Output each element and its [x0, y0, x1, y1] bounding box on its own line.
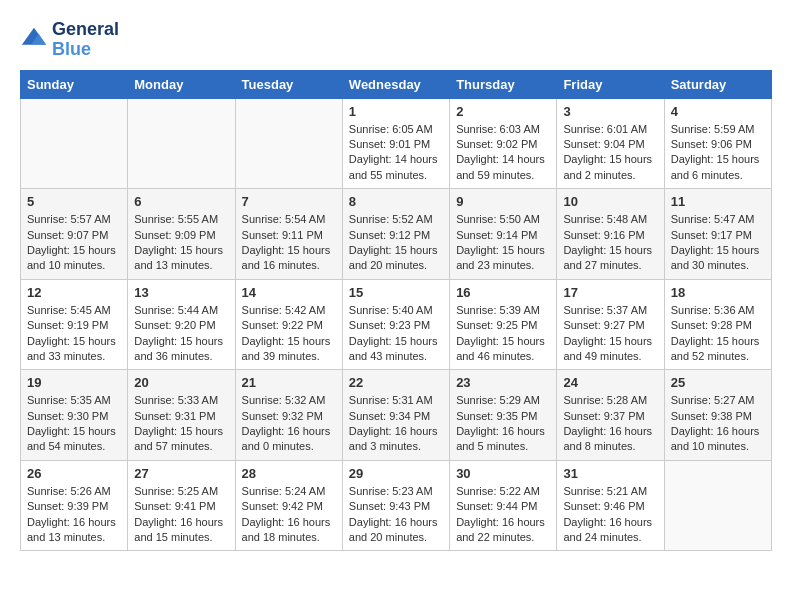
- calendar-cell: 4Sunrise: 5:59 AM Sunset: 9:06 PM Daylig…: [664, 98, 771, 189]
- day-number: 11: [671, 194, 765, 209]
- calendar-cell: 21Sunrise: 5:32 AM Sunset: 9:32 PM Dayli…: [235, 370, 342, 461]
- day-number: 14: [242, 285, 336, 300]
- weekday-header-friday: Friday: [557, 70, 664, 98]
- day-number: 28: [242, 466, 336, 481]
- day-info: Sunrise: 5:32 AM Sunset: 9:32 PM Dayligh…: [242, 393, 336, 455]
- calendar-cell: 31Sunrise: 5:21 AM Sunset: 9:46 PM Dayli…: [557, 460, 664, 551]
- logo-icon: [20, 26, 48, 54]
- calendar-cell: 17Sunrise: 5:37 AM Sunset: 9:27 PM Dayli…: [557, 279, 664, 370]
- day-number: 19: [27, 375, 121, 390]
- day-number: 7: [242, 194, 336, 209]
- day-number: 2: [456, 104, 550, 119]
- day-info: Sunrise: 5:37 AM Sunset: 9:27 PM Dayligh…: [563, 303, 657, 365]
- day-info: Sunrise: 5:42 AM Sunset: 9:22 PM Dayligh…: [242, 303, 336, 365]
- day-number: 16: [456, 285, 550, 300]
- calendar-cell: 14Sunrise: 5:42 AM Sunset: 9:22 PM Dayli…: [235, 279, 342, 370]
- calendar-cell: 12Sunrise: 5:45 AM Sunset: 9:19 PM Dayli…: [21, 279, 128, 370]
- day-number: 13: [134, 285, 228, 300]
- day-info: Sunrise: 5:52 AM Sunset: 9:12 PM Dayligh…: [349, 212, 443, 274]
- day-info: Sunrise: 5:59 AM Sunset: 9:06 PM Dayligh…: [671, 122, 765, 184]
- day-number: 5: [27, 194, 121, 209]
- calendar-cell: [21, 98, 128, 189]
- day-info: Sunrise: 5:40 AM Sunset: 9:23 PM Dayligh…: [349, 303, 443, 365]
- calendar-cell: 27Sunrise: 5:25 AM Sunset: 9:41 PM Dayli…: [128, 460, 235, 551]
- calendar-cell: [664, 460, 771, 551]
- calendar-cell: 22Sunrise: 5:31 AM Sunset: 9:34 PM Dayli…: [342, 370, 449, 461]
- day-number: 23: [456, 375, 550, 390]
- logo: General Blue: [20, 20, 119, 60]
- day-number: 18: [671, 285, 765, 300]
- calendar-cell: 25Sunrise: 5:27 AM Sunset: 9:38 PM Dayli…: [664, 370, 771, 461]
- day-number: 22: [349, 375, 443, 390]
- day-info: Sunrise: 5:25 AM Sunset: 9:41 PM Dayligh…: [134, 484, 228, 546]
- day-info: Sunrise: 5:21 AM Sunset: 9:46 PM Dayligh…: [563, 484, 657, 546]
- day-number: 24: [563, 375, 657, 390]
- calendar-cell: [235, 98, 342, 189]
- day-number: 27: [134, 466, 228, 481]
- day-info: Sunrise: 5:48 AM Sunset: 9:16 PM Dayligh…: [563, 212, 657, 274]
- day-number: 26: [27, 466, 121, 481]
- day-number: 3: [563, 104, 657, 119]
- day-number: 10: [563, 194, 657, 209]
- calendar-cell: 2Sunrise: 6:03 AM Sunset: 9:02 PM Daylig…: [450, 98, 557, 189]
- day-info: Sunrise: 5:29 AM Sunset: 9:35 PM Dayligh…: [456, 393, 550, 455]
- day-info: Sunrise: 5:45 AM Sunset: 9:19 PM Dayligh…: [27, 303, 121, 365]
- day-number: 6: [134, 194, 228, 209]
- day-number: 9: [456, 194, 550, 209]
- day-info: Sunrise: 6:05 AM Sunset: 9:01 PM Dayligh…: [349, 122, 443, 184]
- day-info: Sunrise: 5:33 AM Sunset: 9:31 PM Dayligh…: [134, 393, 228, 455]
- week-row-2: 5Sunrise: 5:57 AM Sunset: 9:07 PM Daylig…: [21, 189, 772, 280]
- day-info: Sunrise: 5:28 AM Sunset: 9:37 PM Dayligh…: [563, 393, 657, 455]
- calendar-cell: 16Sunrise: 5:39 AM Sunset: 9:25 PM Dayli…: [450, 279, 557, 370]
- calendar-cell: 19Sunrise: 5:35 AM Sunset: 9:30 PM Dayli…: [21, 370, 128, 461]
- day-info: Sunrise: 5:24 AM Sunset: 9:42 PM Dayligh…: [242, 484, 336, 546]
- weekday-header-tuesday: Tuesday: [235, 70, 342, 98]
- calendar-cell: 26Sunrise: 5:26 AM Sunset: 9:39 PM Dayli…: [21, 460, 128, 551]
- calendar-cell: [128, 98, 235, 189]
- calendar-cell: 28Sunrise: 5:24 AM Sunset: 9:42 PM Dayli…: [235, 460, 342, 551]
- calendar-cell: 9Sunrise: 5:50 AM Sunset: 9:14 PM Daylig…: [450, 189, 557, 280]
- calendar-cell: 5Sunrise: 5:57 AM Sunset: 9:07 PM Daylig…: [21, 189, 128, 280]
- page-header: General Blue: [20, 20, 772, 60]
- weekday-header-sunday: Sunday: [21, 70, 128, 98]
- day-info: Sunrise: 5:35 AM Sunset: 9:30 PM Dayligh…: [27, 393, 121, 455]
- week-row-4: 19Sunrise: 5:35 AM Sunset: 9:30 PM Dayli…: [21, 370, 772, 461]
- day-info: Sunrise: 5:26 AM Sunset: 9:39 PM Dayligh…: [27, 484, 121, 546]
- header-row: SundayMondayTuesdayWednesdayThursdayFrid…: [21, 70, 772, 98]
- day-info: Sunrise: 5:31 AM Sunset: 9:34 PM Dayligh…: [349, 393, 443, 455]
- day-info: Sunrise: 5:50 AM Sunset: 9:14 PM Dayligh…: [456, 212, 550, 274]
- calendar-cell: 3Sunrise: 6:01 AM Sunset: 9:04 PM Daylig…: [557, 98, 664, 189]
- weekday-header-thursday: Thursday: [450, 70, 557, 98]
- logo-text: General Blue: [52, 20, 119, 60]
- week-row-5: 26Sunrise: 5:26 AM Sunset: 9:39 PM Dayli…: [21, 460, 772, 551]
- calendar-cell: 23Sunrise: 5:29 AM Sunset: 9:35 PM Dayli…: [450, 370, 557, 461]
- calendar-cell: 1Sunrise: 6:05 AM Sunset: 9:01 PM Daylig…: [342, 98, 449, 189]
- day-info: Sunrise: 6:01 AM Sunset: 9:04 PM Dayligh…: [563, 122, 657, 184]
- calendar-cell: 10Sunrise: 5:48 AM Sunset: 9:16 PM Dayli…: [557, 189, 664, 280]
- calendar-cell: 6Sunrise: 5:55 AM Sunset: 9:09 PM Daylig…: [128, 189, 235, 280]
- calendar-cell: 30Sunrise: 5:22 AM Sunset: 9:44 PM Dayli…: [450, 460, 557, 551]
- day-info: Sunrise: 5:57 AM Sunset: 9:07 PM Dayligh…: [27, 212, 121, 274]
- weekday-header-saturday: Saturday: [664, 70, 771, 98]
- day-number: 25: [671, 375, 765, 390]
- day-number: 12: [27, 285, 121, 300]
- day-info: Sunrise: 5:27 AM Sunset: 9:38 PM Dayligh…: [671, 393, 765, 455]
- day-info: Sunrise: 5:54 AM Sunset: 9:11 PM Dayligh…: [242, 212, 336, 274]
- calendar-cell: 20Sunrise: 5:33 AM Sunset: 9:31 PM Dayli…: [128, 370, 235, 461]
- calendar-cell: 7Sunrise: 5:54 AM Sunset: 9:11 PM Daylig…: [235, 189, 342, 280]
- day-info: Sunrise: 6:03 AM Sunset: 9:02 PM Dayligh…: [456, 122, 550, 184]
- day-number: 29: [349, 466, 443, 481]
- weekday-header-monday: Monday: [128, 70, 235, 98]
- day-number: 21: [242, 375, 336, 390]
- week-row-1: 1Sunrise: 6:05 AM Sunset: 9:01 PM Daylig…: [21, 98, 772, 189]
- weekday-header-wednesday: Wednesday: [342, 70, 449, 98]
- calendar-cell: 29Sunrise: 5:23 AM Sunset: 9:43 PM Dayli…: [342, 460, 449, 551]
- day-number: 17: [563, 285, 657, 300]
- calendar-cell: 8Sunrise: 5:52 AM Sunset: 9:12 PM Daylig…: [342, 189, 449, 280]
- day-info: Sunrise: 5:23 AM Sunset: 9:43 PM Dayligh…: [349, 484, 443, 546]
- day-info: Sunrise: 5:22 AM Sunset: 9:44 PM Dayligh…: [456, 484, 550, 546]
- day-info: Sunrise: 5:39 AM Sunset: 9:25 PM Dayligh…: [456, 303, 550, 365]
- day-number: 15: [349, 285, 443, 300]
- calendar-cell: 13Sunrise: 5:44 AM Sunset: 9:20 PM Dayli…: [128, 279, 235, 370]
- day-info: Sunrise: 5:36 AM Sunset: 9:28 PM Dayligh…: [671, 303, 765, 365]
